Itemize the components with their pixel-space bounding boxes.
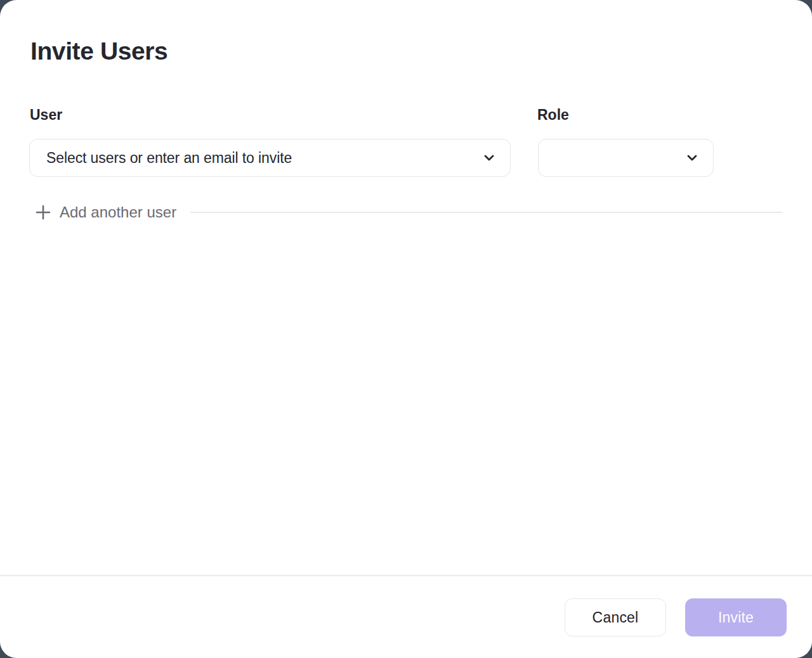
chevron-down-icon: [482, 151, 496, 165]
user-field-label: User: [30, 105, 62, 124]
plus-icon: [34, 203, 52, 221]
add-user-row: Add another user: [34, 203, 782, 222]
footer-divider: [0, 575, 812, 576]
modal-title: Invite Users: [30, 35, 167, 67]
role-select[interactable]: [538, 139, 714, 177]
invite-users-modal: Invite Users User Select users or enter …: [0, 0, 812, 658]
user-select-placeholder: Select users or enter an email to invite: [46, 150, 482, 167]
user-select[interactable]: Select users or enter an email to invite: [29, 139, 511, 177]
role-field-label: Role: [537, 105, 569, 124]
add-another-user-button[interactable]: Add another user: [34, 203, 176, 221]
add-another-user-label: Add another user: [60, 203, 176, 221]
chevron-down-icon: [685, 151, 699, 165]
cancel-button[interactable]: Cancel: [565, 598, 666, 636]
invite-button[interactable]: Invite: [685, 598, 787, 636]
add-user-divider: [190, 212, 782, 213]
